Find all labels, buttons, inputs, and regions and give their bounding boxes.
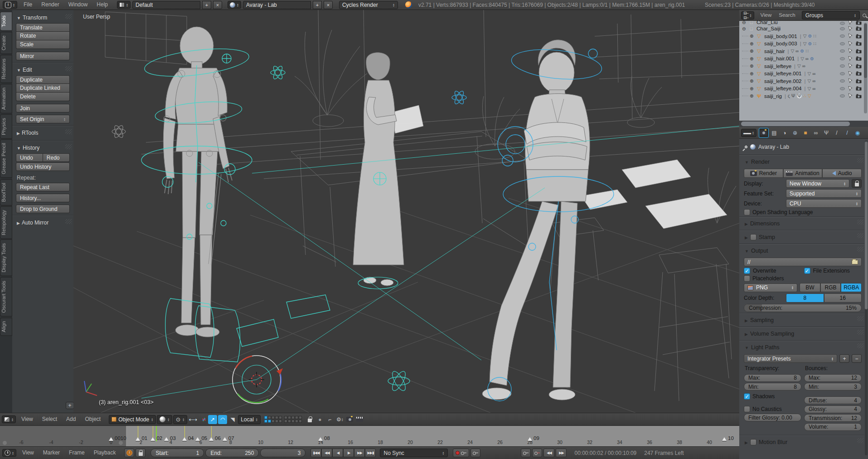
timeline-ruler[interactable]: -6-4-20246810121416182022242628303234363… (0, 425, 739, 446)
shelf-tab-booltool[interactable]: BoolTool (0, 179, 12, 205)
shadows-checkbox[interactable]: ✓ (744, 393, 750, 400)
layer-8[interactable] (272, 420, 275, 423)
layer-20[interactable] (299, 420, 302, 423)
rotate-manipulator-toggle[interactable]: ◠ (218, 415, 227, 424)
lock-interface-toggle[interactable] (852, 179, 862, 188)
expand-icon[interactable]: ⊕ (750, 78, 755, 83)
viewport-shading-select[interactable]: ▲▼ (157, 415, 172, 424)
menu-window[interactable]: Window (64, 0, 92, 10)
frame-end-field[interactable]: End:250 (205, 449, 259, 457)
modifier-wrench-icon[interactable]: ⚙ (810, 56, 814, 61)
properties-tab-bone[interactable]: / (832, 128, 842, 138)
visibility-eye-icon[interactable] (840, 64, 845, 68)
restrict-select-cursor-icon[interactable] (848, 78, 853, 83)
vertex-group-icon[interactable]: ∷ (805, 49, 808, 54)
layer-19[interactable] (295, 420, 298, 423)
restrict-select-cursor-icon[interactable] (848, 56, 853, 61)
transform-orientation-select[interactable]: Local ▲▼ (238, 415, 261, 424)
restrict-render-camera-icon[interactable] (856, 79, 862, 83)
join-button[interactable]: Join (16, 104, 70, 112)
outliner-item-saiji-lefteye-001[interactable]: ⊕▽saiji_lefteye.001|▽∞ (739, 70, 863, 78)
translate-button[interactable]: Translate (16, 23, 70, 32)
editor-type-info-dropdown[interactable]: i ▲▼ (3, 1, 17, 9)
properties-tab-bone-constraints[interactable]: / (842, 128, 852, 138)
repeat-last-button[interactable]: Repeat Last (16, 183, 70, 191)
pivot-point-select[interactable]: ⊙ ▲▼ (173, 415, 187, 424)
add-preset-button[interactable]: + (839, 354, 849, 363)
restrict-render-camera-icon[interactable] (856, 86, 862, 91)
compression-slider[interactable]: Compression: 15% (744, 304, 862, 312)
undo-history-button[interactable]: Undo History (16, 162, 70, 171)
timeline-marker[interactable] (136, 437, 140, 441)
vertex-group-icon[interactable]: ∷ (813, 41, 816, 46)
render-engine-select[interactable]: Cycles Render ▲▼ (339, 1, 398, 9)
properties-tab-physics[interactable]: ◉ (853, 128, 863, 138)
restrict-render-camera-icon[interactable] (856, 21, 862, 25)
outliner-horizontal-scrollbar[interactable] (739, 121, 868, 127)
visibility-eye-icon[interactable] (840, 27, 845, 30)
current-frame-field[interactable]: 3 (260, 449, 305, 457)
panel-header-sampling[interactable]: ▶Sampling (744, 315, 862, 326)
link-icon[interactable]: ∞ (812, 86, 815, 91)
shelf-tab-tools[interactable]: Tools (0, 12, 12, 31)
visibility-eye-icon[interactable] (840, 57, 845, 60)
restrict-select-cursor-icon[interactable] (848, 93, 853, 98)
jump-to-start-button[interactable]: ▮◀◀ (310, 449, 321, 457)
expand-icon[interactable]: ⊕ (750, 49, 755, 54)
link-icon[interactable]: ∞ (812, 78, 815, 83)
screen-layout-name-field[interactable]: Default (132, 1, 200, 9)
ruler-scroll-nub[interactable] (119, 441, 123, 445)
restrict-render-camera-icon[interactable] (856, 94, 862, 98)
outliner-vertical-scrollbar[interactable] (864, 23, 867, 113)
shelf-tab-relations[interactable]: Relations (0, 55, 12, 83)
layer-2[interactable] (268, 416, 271, 419)
undo-button[interactable]: Undo (16, 153, 43, 162)
scene-name-field[interactable]: Avaray - Lab (243, 1, 311, 9)
pin-icon[interactable] (744, 145, 748, 149)
depth-8-button[interactable]: 8 (786, 293, 824, 303)
panel-header-motion-blur[interactable]: ▶Motion Blur (744, 437, 862, 448)
no-caustics-checkbox[interactable] (744, 406, 750, 412)
visibility-eye-icon[interactable] (840, 79, 845, 83)
timeline-marker[interactable] (195, 437, 200, 441)
shelf-tab-oscurart-tools[interactable]: Oscurart Tools (0, 277, 12, 317)
restrict-render-camera-icon[interactable] (856, 34, 862, 39)
editor-type-properties-dropdown[interactable]: ▬▬ ▲▼ (741, 129, 756, 137)
timeline-marker[interactable] (528, 437, 532, 441)
timeline-menu-view[interactable]: View (18, 448, 39, 458)
scene-lock-icon[interactable] (305, 415, 315, 424)
timeline-marker[interactable] (223, 437, 227, 441)
mode-select[interactable]: Object Mode ▲▼ (109, 415, 156, 424)
properties-tab-object[interactable]: ■ (800, 128, 810, 138)
outliner-menu-view[interactable]: View (757, 10, 776, 20)
timeline-marker[interactable] (209, 437, 213, 441)
bounces-min-field[interactable]: Min:3 (804, 383, 862, 391)
layer-9[interactable] (275, 420, 278, 423)
pose-icon[interactable]: ς (788, 93, 790, 98)
outliner-item-saiji-lefteye-004[interactable]: ⊕▽saiji_lefteye.004|▽∞ (739, 85, 863, 93)
outliner-item-saiji-body-003[interactable]: ⊕▽saiji_body.003|▽⚙∷ (739, 40, 863, 48)
rgb-button[interactable]: RGB (820, 283, 841, 292)
expand-icon[interactable]: ⊕ (750, 93, 755, 98)
display-select[interactable]: New Window▲▼ (786, 179, 849, 188)
mesh-select-icon[interactable]: ▽ (808, 93, 811, 98)
transparency-min-field[interactable]: Min:8 (744, 383, 801, 391)
restrict-render-camera-icon[interactable] (856, 64, 862, 68)
mesh-data-icon[interactable]: ▽ (807, 78, 811, 83)
mesh-data-icon[interactable]: ▽ (803, 41, 807, 46)
restrict-render-camera-icon[interactable] (856, 26, 862, 31)
menu-render[interactable]: Render (37, 0, 63, 10)
layer-12[interactable] (288, 416, 291, 419)
collapse-icon[interactable]: ⊖ (742, 21, 747, 25)
shelf-tab-animation[interactable]: Animation (0, 84, 12, 113)
timeline-marker[interactable] (722, 437, 727, 441)
layer-18[interactable] (291, 420, 295, 423)
bounces-max-field[interactable]: Max:12 (804, 374, 862, 382)
lock-time-cursor-toggle[interactable] (136, 449, 145, 457)
use-preview-range-toggle[interactable] (124, 449, 134, 457)
integrator-presets-select[interactable]: Integrator Presets▲▼ (744, 354, 837, 363)
restrict-select-cursor-icon[interactable] (848, 86, 853, 91)
restrict-select-cursor-icon[interactable] (848, 26, 853, 31)
rotate-button[interactable]: Rotate (16, 32, 70, 40)
set-origin-dropdown[interactable]: Set Origin▲▼ (16, 115, 70, 123)
